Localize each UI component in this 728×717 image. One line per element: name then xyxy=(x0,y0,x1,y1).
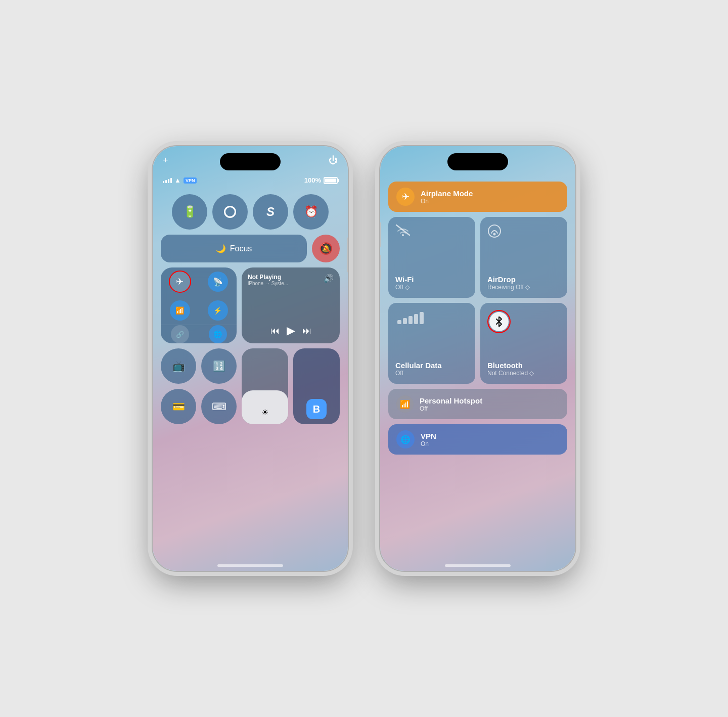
wifi-button[interactable]: 📶 xyxy=(161,296,199,325)
remote-icon: 📺 xyxy=(172,360,185,372)
airplane-mode-icon-circle: ✈ xyxy=(396,188,415,206)
bluetooth-icon-wrap xyxy=(487,310,511,333)
media-controls: ⏮ ▶ ⏭ xyxy=(248,324,334,337)
cellular-bar-4 xyxy=(414,314,418,324)
focus-dot-button[interactable]: 🔗 xyxy=(161,325,199,343)
vpn-badge: VPN xyxy=(184,177,197,184)
cellular-bar-1 xyxy=(397,320,401,324)
airdrop-cell-title: AirDrop xyxy=(487,275,560,284)
alarm-icon: ⏰ xyxy=(304,205,318,218)
remote-button[interactable]: 📺 xyxy=(161,348,196,384)
battery-fill xyxy=(325,178,336,183)
cellular-cell-title: Cellular Data xyxy=(395,361,468,370)
wifi-cell-sub: Off ◇ xyxy=(395,284,468,291)
cellular-bar-3 xyxy=(408,316,413,324)
airdrop-cell-icon xyxy=(487,224,560,242)
blue-light-icon: B xyxy=(306,399,327,419)
media-player-widget: Not Playing iPhone → Syste... 🔊 ⏮ ▶ ⏭ xyxy=(242,267,340,343)
svg-line-0 xyxy=(396,225,410,235)
keyboard-icon: ⌨ xyxy=(212,400,226,413)
airplane-mode-text: Airplane Mode On xyxy=(421,189,473,205)
globe-button[interactable]: 🌐 xyxy=(199,325,237,343)
airplane-mode-button[interactable]: ✈ xyxy=(161,267,199,296)
airdrop-icon-circle: 📡 xyxy=(208,272,228,292)
vpn-text: VPN On xyxy=(421,432,436,447)
battery-icon xyxy=(324,177,338,184)
power-icon[interactable]: ⏻ xyxy=(329,155,338,166)
screen-record-button[interactable] xyxy=(212,194,248,230)
wifi-cell-icon xyxy=(395,224,468,240)
svg-point-1 xyxy=(402,234,404,236)
blue-light-widget[interactable]: B xyxy=(293,348,340,424)
home-indicator-2 xyxy=(445,564,511,567)
vpn-icon-circle: 🌐 xyxy=(396,430,415,449)
speaker-icon[interactable]: 🔊 xyxy=(324,274,334,283)
wifi-icon: 📶 xyxy=(175,306,184,315)
bluetooth-cell-title: Bluetooth xyxy=(487,361,560,370)
cellular-bar-2 xyxy=(403,318,407,324)
cc-row-1: 🔋 S ⏰ xyxy=(161,194,340,230)
utility-buttons: 📺 💳 xyxy=(161,348,196,424)
fast-forward-button[interactable]: ⏭ xyxy=(302,326,311,336)
cellular-cell-text: Cellular Data Off xyxy=(395,361,468,377)
wifi-cell[interactable]: Wi-Fi Off ◇ xyxy=(388,217,475,298)
control-center-screen: + ⏻ ▲ VPN 100% xyxy=(153,146,348,571)
focus-label: Focus xyxy=(230,244,252,253)
phone-2: ✈ Airplane Mode On xyxy=(379,145,576,572)
alarm-button[interactable]: ⏰ xyxy=(293,194,329,230)
signal-bar-2 xyxy=(165,180,167,183)
cellular-bluetooth-row: Cellular Data Off xyxy=(388,303,567,384)
cellular-signal xyxy=(163,178,172,183)
bluetooth-button[interactable]: ⚡ xyxy=(199,296,237,325)
svg-point-3 xyxy=(493,233,496,236)
sliders: ☀ B xyxy=(242,348,340,424)
vpn-row[interactable]: 🌐 VPN On xyxy=(388,424,567,455)
phone-1: + ⏻ ▲ VPN 100% xyxy=(152,145,349,572)
airplane-mode-row[interactable]: ✈ Airplane Mode On xyxy=(388,182,567,212)
wifi-cell-title: Wi-Fi xyxy=(395,275,468,284)
airplane-ring-highlight: ✈ xyxy=(169,271,191,293)
add-icon[interactable]: + xyxy=(163,155,168,166)
expanded-panel: ✈ Airplane Mode On xyxy=(388,182,567,455)
shazam-icon: S xyxy=(266,205,275,219)
airplane-mode-sub: On xyxy=(421,198,473,205)
airdrop-cell-sub: Receiving Off ◇ xyxy=(487,284,560,291)
bluetooth-cell-sub: Not Connected ◇ xyxy=(487,370,560,377)
battery-percent: 100% xyxy=(304,176,321,184)
cellular-cell[interactable]: Cellular Data Off xyxy=(388,303,475,384)
airdrop-icon: 📡 xyxy=(213,277,223,287)
calculator-icon: 🔢 xyxy=(213,360,225,372)
bluetooth-icon: ⚡ xyxy=(213,306,222,315)
battery-button[interactable]: 🔋 xyxy=(172,194,207,230)
cellular-bars-icon xyxy=(395,310,468,326)
airplane-mode-icon: ✈ xyxy=(402,191,410,202)
airdrop-cell[interactable]: AirDrop Receiving Off ◇ xyxy=(480,217,567,298)
wifi-airdrop-row: Wi-Fi Off ◇ AirDrop Receiving xyxy=(388,217,567,298)
rewind-button[interactable]: ⏮ xyxy=(270,326,280,336)
calculator-button[interactable]: 🔢 xyxy=(201,348,237,384)
vpn-globe-icon: 🌐 xyxy=(400,435,411,444)
silent-bell-button[interactable]: 🔕 xyxy=(312,235,340,262)
play-button[interactable]: ▶ xyxy=(287,324,295,337)
dynamic-island-2 xyxy=(447,153,508,170)
brightness-slider[interactable]: ☀ xyxy=(242,348,288,424)
status-left: ▲ VPN xyxy=(163,176,197,184)
wifi-off-icon xyxy=(395,224,411,236)
bell-slash-icon: 🔕 xyxy=(319,242,333,255)
keyboard-button[interactable]: ⌨ xyxy=(201,389,237,424)
focus-button[interactable]: 🌙 Focus xyxy=(161,235,307,262)
brightness-icon: ☀ xyxy=(261,408,268,417)
airplane-mode-title: Airplane Mode xyxy=(421,189,473,198)
connectivity-cluster: ✈ 📡 📶 xyxy=(161,267,237,343)
moon-icon: 🌙 xyxy=(216,244,226,253)
airdrop-button[interactable]: 📡 xyxy=(199,267,237,296)
airplane-icon: ✈ xyxy=(176,276,184,287)
bluetooth-cell-text: Bluetooth Not Connected ◇ xyxy=(487,361,560,377)
now-playing-label: Not Playing xyxy=(248,274,288,281)
airdrop-cell-text: AirDrop Receiving Off ◇ xyxy=(487,275,560,291)
shazam-button[interactable]: S xyxy=(253,194,288,230)
bluetooth-cell[interactable]: Bluetooth Not Connected ◇ xyxy=(480,303,567,384)
now-playing-sub: iPhone → Syste... xyxy=(248,281,288,286)
wallet-button[interactable]: 💳 xyxy=(161,389,196,424)
hotspot-row[interactable]: 📶 Personal Hotspot Off xyxy=(388,389,567,419)
